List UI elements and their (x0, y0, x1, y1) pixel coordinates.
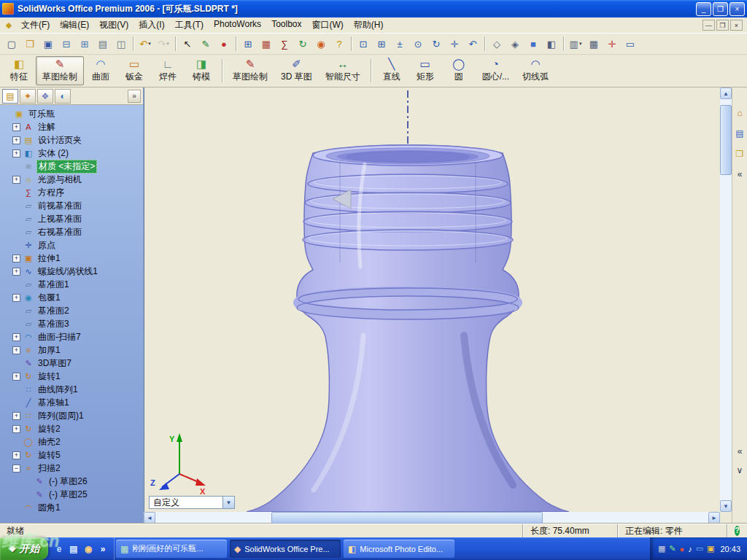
menu-item-edit[interactable]: 编辑(E) (55, 18, 94, 33)
smart-dimension-button[interactable]: ↔智能尺寸 (319, 56, 367, 85)
tree-item-right-plane[interactable]: ▱右视基准面 (0, 225, 143, 238)
configurationmanager-tab[interactable]: ❖ (37, 89, 53, 104)
menu-item-photoworks[interactable]: PhotoWorks (209, 18, 266, 33)
quick-media-player-icon[interactable]: ◉ (82, 542, 95, 556)
view-combo[interactable]: 自定义 ▼ (149, 496, 235, 509)
previous-view-button[interactable]: ↶ (464, 35, 481, 52)
tree-item-curve-pattern1[interactable]: ∷曲线阵列1 (0, 383, 143, 396)
menu-item-file[interactable]: 文件(F) (16, 18, 55, 33)
expander-plus-icon[interactable]: + (12, 373, 20, 381)
tree-item-circular-pattern1[interactable]: +∷阵列(圆周)1 (0, 409, 143, 422)
tree-item-sweep2[interactable]: −≈扫描2 (0, 462, 143, 475)
tray-pen-icon[interactable]: ✎ (669, 544, 676, 553)
reference-triad-button[interactable]: ✛ (603, 35, 621, 52)
tray-antivirus-icon[interactable]: ● (680, 545, 685, 553)
menu-item-toolbox[interactable]: Toolbox (266, 18, 306, 33)
rectangle-button[interactable]: ▭矩形 (409, 56, 442, 85)
photoworks-scene-button[interactable]: ▦ (258, 35, 275, 52)
tab-sketch[interactable]: ✎草图绘制 (36, 56, 84, 85)
tree-item-revolve2[interactable]: +↻旋转2 (0, 422, 143, 435)
tree-item-origin[interactable]: ✛原点 (0, 238, 143, 252)
expander-minus-icon[interactable]: − (12, 464, 20, 472)
tab-surfaces[interactable]: ◠曲面 (84, 56, 117, 85)
open-document-button[interactable]: ❒ (21, 35, 39, 52)
line-button[interactable]: ╲直线 (375, 56, 409, 85)
sketch-pencil-tool-button[interactable]: ✎ (197, 35, 214, 52)
zoom-in-out-button[interactable]: ± (391, 35, 409, 52)
design-library-icon[interactable]: ▤ (733, 127, 746, 140)
pan-view-button[interactable]: ✛ (446, 35, 463, 52)
expander-plus-icon[interactable]: + (12, 254, 20, 262)
thirdparty-tab[interactable]: ◐ (55, 89, 71, 104)
tree-item-sketch3d7[interactable]: ✎3D草图7 (0, 357, 143, 370)
tree-item-fillet1[interactable]: ◠圆角1 (0, 501, 143, 514)
tree-item-solid-bodies[interactable]: +◧实体 (2) (0, 147, 143, 160)
vertical-scroll-track[interactable] (720, 99, 732, 500)
tree-item-equations[interactable]: ∑方程序 (0, 186, 143, 199)
horizontal-scroll-thumb[interactable] (271, 512, 542, 524)
tree-item-revolve5[interactable]: +↻旋转5 (0, 448, 143, 462)
scroll-right-icon[interactable]: ► (708, 512, 720, 524)
menu-item-tools[interactable]: 工具(T) (170, 18, 209, 33)
equations-tool-button[interactable]: ∑ (276, 35, 293, 52)
design-table-button[interactable]: ⊞ (239, 35, 257, 52)
tab-features[interactable]: ◧特征 (2, 56, 36, 85)
minimize-button[interactable]: _ (696, 2, 711, 16)
fullscreen-view-button[interactable]: ▭ (622, 35, 639, 52)
expander-plus-icon[interactable]: + (12, 294, 20, 302)
tree-item-material[interactable]: ≋材质 <未指定> (0, 160, 143, 173)
doc-close-button[interactable]: × (730, 20, 743, 31)
expander-plus-icon[interactable]: + (12, 412, 20, 420)
tab-mold[interactable]: ◨铸模 (185, 56, 218, 85)
tree-item-sketch25[interactable]: ✎(-) 草图25 (0, 488, 143, 501)
task-picture-viewer[interactable]: ▦刚刚画好的可乐瓶... (116, 540, 227, 558)
panel-collapse-button[interactable]: » (128, 90, 141, 103)
tab-weldments[interactable]: ∟焊件 (151, 56, 185, 85)
vertical-scrollbar[interactable]: ▲ ▼ (720, 88, 732, 512)
circle-button[interactable]: ◯圆 (442, 56, 476, 85)
tangent-arc-button[interactable]: ◠切线弧 (516, 56, 555, 85)
doc-restore-button[interactable]: ❐ (716, 20, 729, 31)
expander-plus-icon[interactable]: + (12, 346, 20, 354)
collapse-pane-icon[interactable]: « (733, 168, 746, 181)
tree-item-revolve1[interactable]: +↻旋转1 (0, 370, 143, 383)
tray-printer-icon[interactable]: ▦ (658, 544, 665, 553)
tree-item-helix1[interactable]: +∿螺旋线/涡状线1 (0, 265, 143, 278)
tree-item-shell2[interactable]: ◯抽壳2 (0, 435, 143, 448)
help-tool-button[interactable]: ? (330, 35, 348, 52)
tree-item-sketch26[interactable]: ✎(-) 草图26 (0, 475, 143, 488)
section-view-button[interactable]: ◧ (543, 35, 560, 52)
tray-display-icon[interactable]: ▭ (696, 544, 703, 553)
scroll-down-icon[interactable]: ▼ (720, 500, 732, 512)
wireframe-display-button[interactable]: ◇ (488, 35, 506, 52)
save-document-button[interactable]: ▣ (39, 35, 57, 52)
tree-item-plane2[interactable]: ▱基准面2 (0, 304, 143, 317)
expander-plus-icon[interactable]: + (12, 136, 20, 144)
tree-item-design-binder[interactable]: +▤设计活页夹 (0, 133, 143, 147)
propertymanager-tab[interactable]: ✦ (20, 89, 36, 104)
centerpoint-arc-button[interactable]: ◔圆心/... (476, 56, 516, 85)
make-drawing-from-part-button[interactable]: ⊟ (58, 35, 75, 52)
zoom-to-selection-button[interactable]: ⊙ (409, 35, 427, 52)
expand-pane-icon[interactable]: « (733, 445, 746, 458)
tree-item-lights-cameras[interactable]: +☼光源与相机 (0, 173, 143, 186)
tree-item-front-plane[interactable]: ▱前视基准面 (0, 199, 143, 212)
restore-button[interactable]: ❐ (713, 2, 728, 16)
expander-plus-icon[interactable]: + (12, 176, 20, 184)
zoom-to-area-button[interactable]: ⊞ (373, 35, 390, 52)
task-solidworks[interactable]: ◆SolidWorks Office Pre... (230, 540, 341, 558)
expander-plus-icon[interactable]: + (12, 268, 20, 276)
photoworks-preview-button[interactable]: ● (215, 35, 233, 52)
menu-item-insert[interactable]: 插入(I) (133, 18, 169, 33)
print-preview-button[interactable]: ◫ (112, 35, 130, 52)
sketch-3d-button[interactable]: ✐3D 草图 (274, 56, 319, 85)
help-icon[interactable]: ? (735, 526, 740, 536)
expander-plus-icon[interactable]: + (12, 149, 20, 158)
solidworks-resources-icon[interactable]: ⌂ (733, 106, 746, 120)
quick-internet-explorer-icon[interactable]: e (53, 542, 66, 556)
shaded-display-button[interactable]: ■ (525, 35, 542, 52)
task-photo-editor[interactable]: ◧Microsoft Photo Edito... (344, 540, 454, 558)
menu-item-help[interactable]: 帮助(H) (349, 18, 389, 33)
tree-item-plane3[interactable]: ▱基准面3 (0, 317, 143, 330)
vertical-scroll-thumb[interactable] (720, 105, 732, 175)
